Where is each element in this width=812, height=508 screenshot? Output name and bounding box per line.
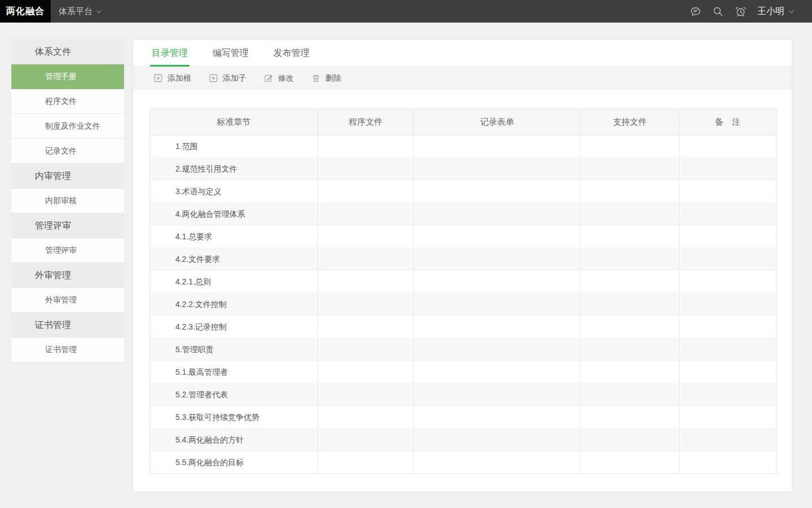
table-row[interactable]: 5.管理职责 [150,339,776,361]
platform-dropdown[interactable]: 体系平台 [59,6,103,17]
sidebar-group-header[interactable]: 体系文件 [11,40,124,64]
tab-bar: 目录管理编写管理发布管理 [133,40,792,67]
empty-cell [581,384,679,406]
sidebar-group-header[interactable]: 管理评审 [11,213,124,238]
chevron-down-icon [788,8,795,15]
chapter-cell: 5.2.管理者代表 [150,384,318,406]
search-icon[interactable] [712,6,724,17]
table-row[interactable]: 4.2.文件要求 [150,248,776,271]
toolbar-button-4[interactable]: 删除 [311,73,341,84]
table-row[interactable]: 5.5.两化融合的目标 [150,452,776,474]
table-row[interactable]: 4.2.1.总则 [150,271,776,294]
user-menu[interactable]: 王小明 [757,6,795,17]
sidebar-item[interactable]: 管理评审 [11,238,124,263]
toolbar-button-3[interactable]: 修改 [264,73,294,84]
empty-cell [581,429,679,452]
table-row[interactable]: 4.1.总要求 [150,226,776,248]
chapter-cell: 5.管理职责 [150,339,318,361]
table-row[interactable]: 5.2.管理者代表 [150,384,776,406]
plus-square-icon [153,73,163,83]
sidebar-item[interactable]: 证书管理 [11,338,124,362]
sidebar: 体系文件管理手册程序文件制度及作业文件记录文件内审管理内部审核管理评审管理评审外… [11,40,124,362]
sidebar-item[interactable]: 记录文件 [11,139,124,164]
empty-cell [414,452,581,474]
table-row[interactable]: 5.3.获取可持续竞争优势 [150,406,776,429]
empty-cell [318,271,414,294]
empty-cell [414,271,581,294]
chapter-cell: 4.2.1.总则 [150,271,318,294]
empty-cell [318,316,414,339]
empty-cell [679,339,776,361]
toolbar-button-1[interactable]: 添加根 [153,73,191,84]
table-row[interactable]: 5.4.两化融合的方针 [150,429,776,452]
main-panel: 目录管理编写管理发布管理 添加根添加子修改删除 标准章节程序文件记录表单支持文件… [133,40,792,492]
table-row[interactable]: 4.2.2.文件控制 [150,294,776,316]
sidebar-item[interactable]: 程序文件 [11,89,124,114]
sidebar-item[interactable]: 内部审核 [11,189,124,213]
user-name: 王小明 [757,6,784,17]
empty-cell [414,361,581,384]
empty-cell [318,452,414,474]
sidebar-item[interactable]: 制度及作业文件 [11,114,124,139]
empty-cell [581,135,679,158]
empty-cell [414,429,581,452]
empty-cell [414,248,581,271]
table-row[interactable]: 3.术语与定义 [150,181,776,203]
empty-cell [414,406,581,429]
empty-cell [679,316,776,339]
empty-cell [414,226,581,248]
empty-cell [581,361,679,384]
toolbar-button-label: 修改 [278,73,294,84]
empty-cell [318,203,414,226]
sidebar-group-header[interactable]: 证书管理 [11,313,124,338]
sidebar-item[interactable]: 外审管理 [11,288,124,313]
table-row[interactable]: 2.规范性引用文件 [150,158,776,181]
empty-cell [414,135,581,158]
empty-cell [414,316,581,339]
message-icon[interactable] [690,6,701,17]
chapter-cell: 4.2.2.文件控制 [150,294,318,316]
toolbar-button-label: 添加子 [223,73,246,84]
empty-cell [581,226,679,248]
tab-1[interactable]: 目录管理 [150,40,189,66]
empty-cell [581,339,679,361]
empty-cell [679,406,776,429]
empty-cell [581,452,679,474]
chapter-cell: 3.术语与定义 [150,181,318,203]
empty-cell [318,181,414,203]
table-row[interactable]: 4.2.3.记录控制 [150,316,776,339]
empty-cell [679,226,776,248]
toolbar-button-label: 添加根 [167,73,191,84]
chapter-cell: 5.1.最高管理者 [150,361,318,384]
empty-cell [581,406,679,429]
empty-cell [414,158,581,181]
table-row[interactable]: 4.两化融合管理体系 [150,203,776,226]
column-header: 备 注 [679,109,776,135]
sidebar-item-active[interactable]: 管理手册 [11,64,124,89]
column-header: 标准章节 [150,109,318,135]
alarm-icon[interactable] [735,6,747,17]
table-body: 1.范围2.规范性引用文件3.术语与定义4.两化融合管理体系4.1.总要求4.2… [150,135,776,474]
empty-cell [318,158,414,181]
empty-cell [318,135,414,158]
topbar: 两化融合 体系平台 王小明 [0,0,812,23]
table-row[interactable]: 5.1.最高管理者 [150,361,776,384]
empty-cell [318,384,414,406]
empty-cell [414,203,581,226]
table-row[interactable]: 1.范围 [150,135,776,158]
sidebar-group-header[interactable]: 内审管理 [11,164,124,189]
empty-cell [581,158,679,181]
tab-3[interactable]: 发布管理 [272,40,311,66]
toolbar-button-2[interactable]: 添加子 [209,73,246,84]
topbar-actions: 王小明 [690,6,812,17]
empty-cell [679,181,776,203]
sidebar-group-header[interactable]: 外审管理 [11,263,124,288]
empty-cell [679,135,776,158]
chapter-cell: 5.5.两化融合的目标 [150,452,318,474]
empty-cell [318,361,414,384]
empty-cell [679,452,776,474]
app-logo: 两化融合 [0,0,51,23]
column-header: 记录表单 [414,109,581,135]
table-header-row: 标准章节程序文件记录表单支持文件备 注 [150,109,776,135]
tab-2[interactable]: 编写管理 [211,40,250,66]
